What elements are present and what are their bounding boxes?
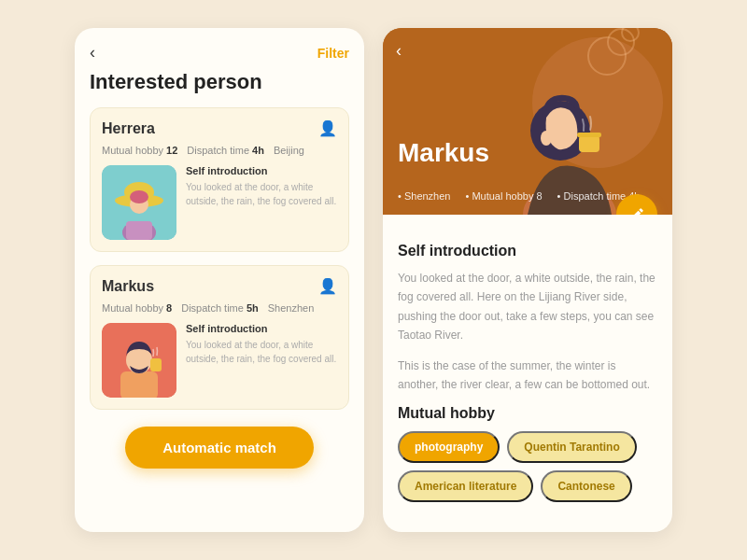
left-panel: ‹ Filter Interested person Herrera 👤 Mut…: [75, 28, 364, 532]
edit-icon: [628, 206, 645, 215]
person-name-markus: Markus: [102, 278, 154, 295]
svg-point-4: [130, 190, 148, 203]
card-body-herrera: Self introduction You looked at the door…: [102, 165, 337, 240]
hobby-section: Mutual hobby photographyQuentin Tarantin…: [398, 405, 657, 502]
avatar-markus: [102, 323, 176, 398]
location-markus: Shenzhen: [268, 302, 315, 314]
intro-para-2: This is the case of the summer, the wint…: [398, 357, 657, 395]
dispatch-time-herrera: Dispatch time 4h: [187, 145, 264, 156]
profile-meta: Shenzhen Mutual hobby 8 Dispatch time 4h: [398, 190, 640, 202]
profile-city: Shenzhen: [398, 190, 450, 202]
hobby-tag-3[interactable]: Cantonese: [541, 470, 631, 502]
svg-rect-6: [126, 221, 152, 240]
person-icon-herrera: 👤: [318, 119, 337, 137]
svg-rect-10: [150, 358, 162, 371]
profile-name: Markus: [398, 138, 489, 168]
card-intro-markus: Self introduction You looked at the door…: [186, 323, 337, 398]
intro-para-1: You looked at the door, a white outside,…: [398, 269, 657, 345]
hobby-tag-0[interactable]: photography: [398, 431, 500, 463]
person-card-herrera[interactable]: Herrera 👤 Mutual hobby 12 Dispatch time …: [90, 107, 349, 252]
intro-label-herrera: Self introduction: [186, 165, 337, 176]
location-herrera: Beijing: [274, 145, 304, 156]
profile-header-image: ‹ Ma: [383, 28, 672, 215]
auto-match-button[interactable]: Automatic match: [125, 427, 314, 469]
person-card-markus[interactable]: Markus 👤 Mutual hobby 8 Dispatch time 5h…: [90, 265, 349, 410]
card-meta-markus: Mutual hobby 8 Dispatch time 5h Shenzhen: [102, 302, 337, 314]
back-button[interactable]: ‹: [90, 43, 95, 63]
svg-point-9: [126, 347, 152, 373]
right-panel: ‹ Ma: [383, 28, 672, 532]
card-intro-herrera: Self introduction You looked at the door…: [186, 165, 337, 240]
filter-button[interactable]: Filter: [317, 46, 349, 61]
right-content: Self introduction You looked at the door…: [383, 215, 672, 532]
person-icon-markus: 👤: [318, 277, 337, 295]
card-meta-herrera: Mutual hobby 12 Dispatch time 4h Beijing: [102, 145, 337, 156]
hobby-tags: photographyQuentin TarantinoAmerican lit…: [398, 431, 657, 502]
avatar-herrera: [102, 165, 176, 240]
intro-text-markus: You looked at the door, a white outside,…: [186, 338, 337, 366]
hobby-tag-2[interactable]: American literature: [398, 470, 533, 502]
self-intro-title: Self introduction: [398, 243, 657, 259]
mutual-hobby-markus: Mutual hobby 8: [102, 302, 172, 314]
page-title: Interested person: [90, 70, 349, 94]
intro-label-markus: Self introduction: [186, 323, 337, 334]
right-back-button[interactable]: ‹: [396, 41, 402, 61]
svg-rect-19: [579, 135, 599, 152]
intro-text-herrera: You looked at the door, a white outside,…: [186, 180, 337, 208]
svg-rect-8: [120, 371, 158, 398]
person-name-herrera: Herrera: [102, 120, 155, 137]
card-body-markus: Self introduction You looked at the door…: [102, 323, 337, 398]
card-top: Herrera 👤: [102, 119, 337, 137]
profile-mutual-hobby: Mutual hobby 8: [465, 190, 542, 202]
card-top-markus: Markus 👤: [102, 277, 337, 295]
mutual-hobby-herrera: Mutual hobby 12: [102, 145, 177, 156]
hobby-tag-1[interactable]: Quentin Tarantino: [507, 431, 636, 463]
mutual-hobby-title: Mutual hobby: [398, 405, 657, 422]
svg-rect-20: [577, 133, 601, 137]
dispatch-time-markus: Dispatch time 5h: [181, 302, 259, 314]
left-header: ‹ Filter: [90, 43, 349, 63]
